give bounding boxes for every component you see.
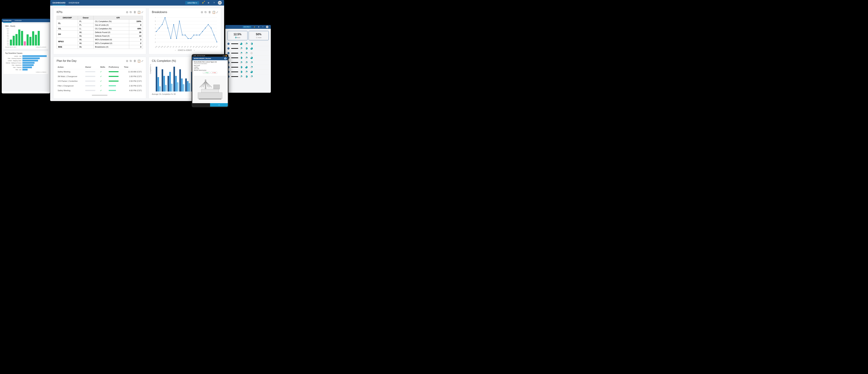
copy-icon[interactable]: ⧉ [130, 59, 132, 62]
next-arrow-icon[interactable]: › [46, 71, 47, 73]
breakdowns-line-chart: 012345672/242/252/262/272/283/13/23/33/4… [152, 16, 218, 48]
expand-icon[interactable]: ⤢ [216, 10, 218, 13]
card-title: OEE - Hourly [5, 25, 47, 27]
oee-bar [29, 37, 31, 45]
oee-bar [13, 36, 15, 45]
tab-dashboard[interactable]: DASHBOARD [53, 2, 65, 5]
prev-arrow-icon[interactable]: ‹ [35, 71, 36, 73]
oee-bar [16, 34, 18, 45]
oee-bar [21, 31, 23, 45]
help-icon[interactable]: ? [212, 1, 216, 4]
breakdowns-card: Breakdowns ⚙ ⧉ 🗑 📋 ⤢ 012345672/242/252/2… [149, 8, 221, 54]
prev-arrow-icon[interactable]: ‹ [173, 49, 177, 51]
pass-button[interactable]: ✓ Pass [203, 72, 210, 74]
clipboard-icon[interactable]: 📋 [137, 10, 140, 13]
downtime-row: Filler - Jam [5, 69, 47, 70]
mobile-workorder: LEMS - BOTTLE FILLER 10:39 📶 WORKORDER |… [192, 54, 228, 107]
svg-line-69 [206, 81, 212, 87]
tab-overview[interactable]: OVERVIEW [69, 2, 79, 4]
date-range: 5/25/22 to 6/24/22 [36, 46, 46, 48]
header: DASHBOARD OVERVIEW [2, 19, 50, 22]
clipboard-icon[interactable]: 📋 [137, 59, 140, 62]
mobile-header: WORKORDER | Review 👤 [192, 57, 228, 60]
oee-bar [10, 39, 12, 45]
avatar[interactable]: AG [218, 1, 222, 5]
downtime-row: Labeler - Skipping Labels [5, 60, 47, 61]
machine-image [193, 76, 227, 102]
copy-icon[interactable]: ⧉ [130, 10, 132, 13]
plan-row[interactable]: 123 Packer | Centerline ✓ 2:00 PM (CST) [57, 79, 143, 83]
plan-row[interactable]: Safety Meeting ✓ 11:00 AM (CST) [57, 70, 143, 74]
col-kpi: KPI [94, 16, 143, 20]
svg-text:3/9: 3/9 [192, 46, 195, 48]
trash-icon[interactable]: 🗑 [133, 59, 136, 62]
back-button[interactable] [192, 103, 210, 106]
trash-icon[interactable]: 🗑 [133, 10, 136, 13]
next-button[interactable]: → [210, 103, 228, 106]
fail-button[interactable]: ✕ Fail [211, 72, 217, 74]
col-dms: DMS/SWP [57, 16, 78, 20]
kpi-tile-basic[interactable]: 12.5% Basic [227, 31, 248, 40]
downtime-row: Material - Waiting for Product [5, 62, 47, 64]
workorder-field: Work Order [194, 65, 226, 66]
tab-dashboard[interactable]: DASHBOARD [3, 20, 11, 23]
gear-icon[interactable]: ⚙ [207, 1, 210, 4]
svg-text:3/4: 3/4 [178, 46, 180, 48]
svg-rect-70 [199, 99, 221, 99]
svg-text:6: 6 [155, 20, 156, 22]
completion-row[interactable]: SU [227, 60, 269, 65]
plan-row[interactable]: Safety Meeting ✓ 4:00 PM (CST) [57, 88, 143, 93]
gear-icon[interactable]: ⚙ [201, 10, 203, 13]
avatar[interactable]: AG [266, 26, 268, 28]
bolt-icon[interactable]: ⚡ [201, 1, 205, 4]
svg-text:5: 5 [155, 24, 156, 25]
workorder-fields: Work OrderLocationLine LeadMachine Seria… [194, 65, 226, 71]
svg-text:3/8: 3/8 [190, 46, 192, 48]
oee-bar [32, 31, 34, 45]
header: select filter ▾ ⚡ ⚙ ? AG [225, 25, 271, 29]
next-arrow-icon[interactable]: › [46, 46, 47, 48]
completion-row[interactable]: SU [227, 74, 269, 79]
completion-row[interactable]: SU [227, 55, 269, 60]
bolt-icon[interactable]: ⚡ [253, 26, 255, 28]
svg-text:3/12: 3/12 [201, 46, 204, 48]
dashboard-window-right: select filter ▾ ⚡ ⚙ ? AG 12.5% Basic 50%… [225, 25, 271, 93]
gear-icon[interactable]: ⚙ [126, 59, 128, 62]
prev-arrow-icon[interactable]: ‹ [35, 46, 36, 48]
plan-card: Plan for the Day ⚙ ⧉ 🗑 📋 ⤢ Action Owner … [53, 57, 146, 99]
svg-text:2/28: 2/28 [166, 46, 169, 48]
svg-rect-63 [205, 80, 206, 89]
svg-text:3/7: 3/7 [187, 46, 189, 48]
user-icon[interactable]: 👤 [224, 58, 226, 60]
plan-row[interactable]: 3M Matic | Changeover ✓ 1:00 PM (CST) [57, 74, 143, 79]
completion-row[interactable]: SU [227, 46, 269, 51]
gear-icon[interactable]: ⚙ [126, 10, 128, 13]
downtime-card: Top Downtime Causes Labeler - JamFiller … [3, 51, 49, 74]
copy-icon[interactable]: ⧉ [205, 10, 207, 13]
next-arrow-icon[interactable]: › [192, 49, 196, 51]
completion-row[interactable]: SU [227, 41, 269, 46]
date-range: 2/24/22 to 3/26/22 [178, 49, 192, 51]
help-icon[interactable]: ? [262, 26, 264, 28]
expand-icon[interactable]: ⤢ [141, 59, 144, 62]
svg-text:4: 4 [155, 27, 156, 29]
clipboard-icon[interactable]: 📋 [212, 10, 215, 13]
filter-select[interactable]: select filter ▾ [185, 1, 199, 4]
scrollbar[interactable] [92, 95, 107, 96]
oee-footer: Overall OEE %: 89.5 [5, 46, 16, 48]
col-owner: Owner [78, 16, 94, 20]
gear-icon[interactable]: ⚙ [258, 26, 260, 28]
completion-row[interactable]: SU [227, 65, 269, 69]
kpi-tile-none[interactable]: 50% None [249, 31, 269, 40]
expand-icon[interactable]: ⤢ [141, 10, 144, 13]
filter-select[interactable]: select filter ▾ [243, 26, 251, 28]
completion-row[interactable]: SU [227, 51, 269, 55]
tab-overview[interactable]: OVERVIEW [14, 20, 22, 21]
svg-text:3/5: 3/5 [181, 46, 183, 48]
mobile-status-bar: LEMS - BOTTLE FILLER 10:39 📶 [192, 55, 228, 57]
completion-row[interactable]: SU [227, 69, 269, 74]
downtime-row: Filler - Adjustment [5, 64, 47, 66]
kpi-table: DMS/SWP Owner KPI CLPLCIL Completion (%)… [57, 16, 143, 49]
plan-row[interactable]: Filler | Changeover ✓ 2:30 PM (CST) [57, 84, 143, 88]
trash-icon[interactable]: 🗑 [208, 10, 211, 13]
